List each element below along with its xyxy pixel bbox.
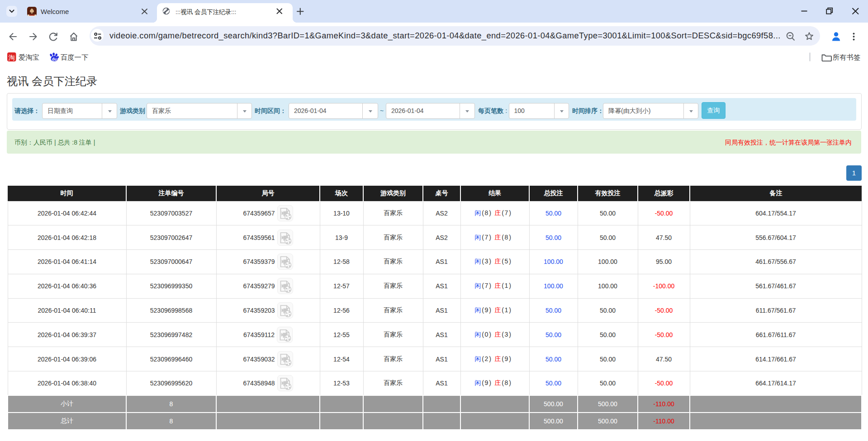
svg-text:du: du [52,57,57,61]
svg-text:淘: 淘 [9,54,15,61]
